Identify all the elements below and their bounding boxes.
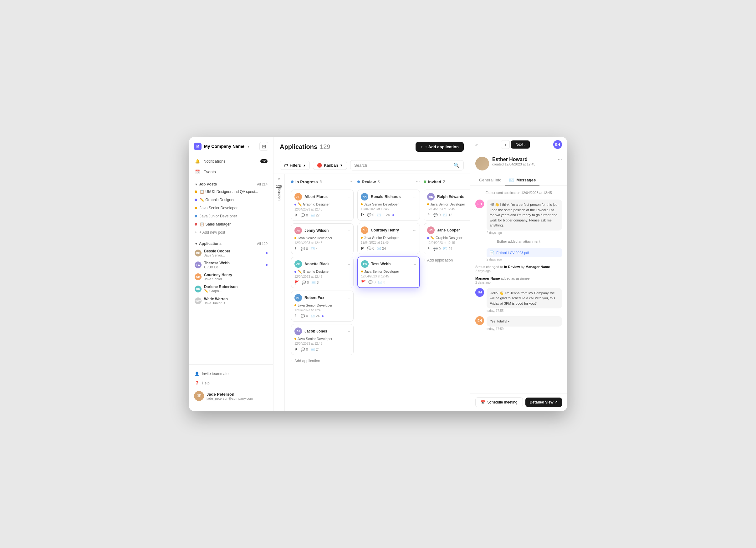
card-comments: ✉️ 1124 (377, 213, 390, 217)
card-likes: 💬 0 (301, 247, 308, 251)
card-more-icon[interactable]: ··· (346, 262, 350, 267)
app-item-bessie[interactable]: BC Bessie Cooper Java Senior... (192, 247, 271, 259)
card-more-icon[interactable]: ··· (346, 295, 350, 300)
card-name: Jane Cooper (437, 228, 470, 233)
card-annette-black[interactable]: AB Annette Black ··· ✏️ Graphic Designer… (291, 257, 354, 288)
board-columns: In Progress 5 ··· AF Albert Flores ··· (285, 174, 470, 411)
card-date: 12/04/2023 at 12:45 (361, 241, 416, 244)
column-menu-icon[interactable]: ··· (416, 179, 420, 185)
flag-icon: 🏳 (294, 347, 298, 351)
applications-list: BC Bessie Cooper Java Senior... TW There… (189, 247, 273, 362)
card-ronald-richards[interactable]: RR Ronald Richards ··· Java Senior Devel… (357, 190, 420, 221)
add-application-in-progress[interactable]: + Add application (291, 357, 354, 364)
bell-icon: 🔔 (195, 158, 200, 164)
card-more-icon[interactable]: ··· (346, 228, 350, 233)
card-jacob-jones[interactable]: JJ Jacob Jones ··· Java Senior Developer… (291, 324, 354, 355)
unread-dot (266, 252, 268, 254)
app-item-name: Bessie Cooper (204, 249, 230, 254)
add-application-button[interactable]: + + Add application (416, 142, 464, 152)
role-dot (427, 203, 429, 205)
job-posts-section-header: ▼ Job Posts All 214 (189, 180, 273, 188)
card-more-icon[interactable]: ··· (413, 194, 416, 199)
panel-collapse-icon[interactable]: » (475, 142, 478, 147)
card-jane-cooper[interactable]: JC Jane Cooper ··· ✏️ Graphic Designer 1… (424, 223, 470, 254)
help-button[interactable]: ❓ Help (194, 379, 268, 387)
card-jenny-wilson[interactable]: JW Jenny Wilson ··· Java Senior Develope… (291, 223, 354, 254)
card-more-icon[interactable]: ··· (412, 262, 416, 267)
add-application-invited[interactable]: + Add application (424, 257, 470, 264)
card-more-icon[interactable]: ··· (346, 329, 350, 334)
job-item-java-senior[interactable]: Java Senior Developer (192, 204, 271, 212)
sidebar-toggle-icon[interactable]: ⊞ (259, 142, 268, 151)
applications-count: All 129 (257, 242, 268, 246)
card-comments: ✉️ 3 (311, 280, 319, 284)
card-tess-webb[interactable]: TW Tess Webb ··· Java Senior Developer 1… (357, 257, 420, 288)
app-item-theresa[interactable]: TW Theresa Webb UI/UX De... (192, 259, 271, 271)
card-likes: 💬 0 (301, 213, 308, 218)
tab-general-info[interactable]: General Info (475, 175, 505, 186)
avatar: CH (195, 274, 202, 280)
job-item-graphic[interactable]: ✏️ Graphic Designer (192, 196, 271, 204)
filters-button[interactable]: 🏷 Filters ▲ (280, 161, 310, 170)
attachment-name: EstherH-CV-2023.pdf (496, 251, 529, 255)
role-text: ✏️ Graphic Designer (298, 270, 330, 274)
user-profile[interactable]: JP Jade Peterson jade_peterson@company.c… (194, 391, 268, 401)
card-albert-flores[interactable]: AF Albert Flores ··· ✏️ Graphic Designer… (291, 190, 354, 221)
prev-button[interactable]: ‹ (501, 140, 510, 149)
status-dot (424, 181, 426, 183)
user-email: jade_peterson@company.com (207, 397, 253, 400)
expand-icon[interactable]: » (278, 177, 280, 181)
app-item-courtney[interactable]: CH Courtney Henry Java Senior... (192, 271, 271, 283)
detailed-view-button[interactable]: Detailed view ↗ (525, 397, 562, 407)
job-item-uiux[interactable]: 📋 UI/UX Designer and QA speci... (192, 188, 271, 196)
sidebar-item-notifications[interactable]: 🔔 Notifications 12 (192, 156, 271, 167)
column-invited: Invited 2 ··· RE Ralph Edwards ··· (424, 178, 470, 407)
card-date: 12/04/2023 at 12:45 (294, 208, 350, 211)
attachment-link[interactable]: 📄 EstherH-CV-2023.pdf (487, 249, 562, 257)
card-ralph-edwards[interactable]: RE Ralph Edwards ··· Java Senior Develop… (424, 190, 470, 221)
panel-nav: ‹ Next › (501, 140, 530, 149)
filter-icon: 🏷 (284, 163, 288, 168)
card-comments: ✉️ 3 (378, 280, 385, 284)
message-text: Yes, totally! • (487, 316, 562, 326)
card-likes: 💬 0 (301, 347, 308, 351)
kanban-view-button[interactable]: 🔴 Kanban ▼ (313, 161, 347, 170)
card-comments: ✉️ 27 (310, 213, 319, 218)
column-menu-icon[interactable]: ··· (350, 179, 354, 185)
system-message-sent: Esther sent application 12/04/2023 at 12… (475, 191, 562, 195)
card-robert-fox[interactable]: RF Robert Fox ··· Java Senior Developer … (291, 290, 354, 321)
status-time: 2 days ago (475, 269, 562, 273)
card-more-icon[interactable]: ··· (413, 228, 416, 233)
panel-more-icon[interactable]: ··· (558, 157, 562, 162)
search-box[interactable]: 🔍 (350, 160, 464, 171)
invite-teammate-button[interactable]: 👤 Invite teammate (194, 370, 268, 378)
job-item-java-junior[interactable]: Java Junior Developer (192, 212, 271, 220)
sidebar-item-events[interactable]: 📅 Events (192, 167, 271, 177)
card-date: 12/04/2023 at 12:45 (427, 241, 470, 245)
role-dot (361, 237, 363, 239)
card-date: 12/04/2023 at 12:45 (294, 241, 350, 245)
job-item-sales[interactable]: 📋 Sales Manager (192, 220, 271, 228)
tab-messages[interactable]: ✉️ Messages (505, 175, 540, 186)
card-more-icon[interactable]: ··· (346, 194, 350, 199)
system-message-attachment: Esther added an attachment (475, 240, 562, 243)
app-item-wade[interactable]: WW Wade Warren Java Junior D... (192, 295, 271, 307)
notifications-label: Notifications (203, 159, 226, 164)
plus-icon: + (195, 230, 197, 235)
schedule-meeting-button[interactable]: 📅 Schedule meeting (475, 397, 523, 407)
add-new-post-button[interactable]: + + Add new post (189, 228, 273, 237)
role-dot (361, 203, 363, 205)
app-item-darlene[interactable]: DR Darlene Robertson ✏️ Graph... (192, 283, 271, 295)
search-input[interactable] (354, 163, 451, 168)
card-courtney-henry[interactable]: CH Courtney Henry ··· Java Senior Develo… (357, 223, 420, 254)
panel-topbar: » ‹ Next › EH (470, 137, 567, 152)
toolbar: 🏷 Filters ▲ 🔴 Kanban ▼ 🔍 (273, 157, 470, 174)
avatar: WW (195, 297, 202, 304)
flag-icon: 🏳 (294, 314, 298, 318)
card-date: 12/04/2023 at 12:45 (294, 342, 350, 345)
company-selector[interactable]: M My Company Name ▼ (194, 143, 250, 150)
card-comments: ✉️ 12 (443, 213, 452, 217)
next-button[interactable]: Next › (511, 141, 530, 149)
flag-icon: 🏳 (294, 247, 298, 251)
message-avatar-leslie: EH (475, 316, 484, 325)
